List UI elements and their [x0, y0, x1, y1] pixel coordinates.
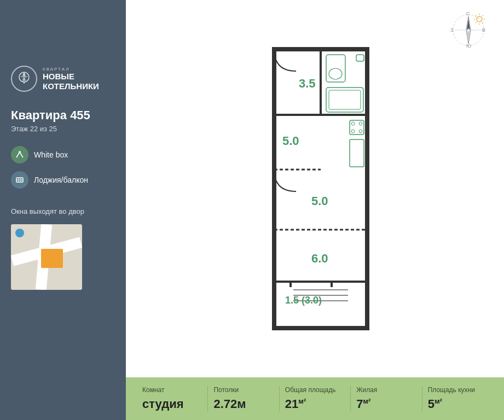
- stat-rooms-label: Комнат: [142, 386, 202, 394]
- stat-kitchen-area: Площадь кухни 5м²: [428, 386, 488, 411]
- stat-total-area-label: Общая площадь: [285, 386, 345, 394]
- floor-plan-area: С Ю З В: [126, 0, 504, 377]
- stat-kitchen-area-value: 5м²: [428, 397, 488, 411]
- svg-point-2: [19, 151, 21, 153]
- svg-text:5.0: 5.0: [282, 134, 299, 148]
- feature-balcony: Лоджия/балкон: [11, 171, 115, 189]
- logo-area: КВАРТАЛ НОВЫЕ КОТЕЛЬНИКИ: [11, 66, 115, 92]
- brand-sub: КВАРТАЛ: [43, 67, 99, 72]
- compass: С Ю З В: [449, 11, 488, 49]
- svg-line-13: [476, 15, 476, 16]
- stat-kitchen-area-label: Площадь кухни: [428, 386, 488, 394]
- map-marker: [15, 229, 24, 237]
- stat-living-area-label: Жилая: [356, 386, 416, 394]
- stat-ceiling: Потолки 2.72м: [213, 386, 273, 411]
- feature-whitebox: White box: [11, 146, 115, 164]
- apartment-title: Квартира 455: [11, 108, 115, 122]
- stat-ceiling-label: Потолки: [213, 386, 273, 394]
- floor-plan-svg: 3.5 5.0 5.0 6.0 1.5 (3.0): [230, 44, 400, 334]
- svg-text:В: В: [482, 27, 485, 33]
- logo-text: КВАРТАЛ НОВЫЕ КОТЕЛЬНИКИ: [43, 67, 99, 91]
- main-content: С Ю З В: [126, 0, 504, 420]
- whitebox-label: White box: [34, 150, 68, 159]
- sidebar: КВАРТАЛ НОВЫЕ КОТЕЛЬНИКИ Квартира 455 Эт…: [0, 0, 126, 420]
- svg-point-8: [477, 16, 482, 22]
- stat-ceiling-value: 2.72м: [213, 397, 273, 411]
- stat-living-area-value: 7м²: [356, 397, 416, 411]
- stats-bar: Комнат студия Потолки 2.72м Общая площад…: [126, 377, 504, 420]
- svg-text:5.0: 5.0: [311, 194, 328, 208]
- svg-text:С: С: [466, 11, 470, 16]
- stat-divider-1: [207, 386, 208, 411]
- stat-divider-4: [422, 386, 422, 411]
- balcony-label: Лоджия/балкон: [34, 176, 88, 184]
- stat-divider-2: [279, 386, 280, 411]
- balcony-icon: [11, 171, 28, 189]
- stat-divider-3: [350, 386, 351, 411]
- svg-text:З: З: [450, 27, 453, 33]
- brand-name: НОВЫЕ КОТЕЛЬНИКИ: [43, 72, 99, 91]
- svg-line-16: [476, 22, 476, 23]
- stat-rooms-value: студия: [142, 397, 202, 411]
- windows-note: Окна выходят во двор: [11, 207, 115, 215]
- svg-line-15: [483, 15, 483, 16]
- stat-living-area: Жилая 7м²: [356, 386, 416, 411]
- svg-text:3.5: 3.5: [299, 77, 316, 90]
- whitebox-icon: [11, 146, 28, 164]
- svg-text:1.5 (3.0): 1.5 (3.0): [285, 295, 322, 306]
- svg-text:Ю: Ю: [466, 43, 471, 49]
- stat-rooms: Комнат студия: [142, 386, 202, 411]
- logo-icon: [11, 66, 37, 92]
- map-background: [11, 224, 82, 290]
- map-building: [41, 249, 63, 268]
- svg-text:6.0: 6.0: [311, 252, 328, 265]
- map-thumbnail[interactable]: [11, 224, 82, 290]
- apartment-floor: Этаж 22 из 25: [11, 125, 115, 133]
- stat-total-area-value: 21м²: [285, 397, 345, 411]
- stat-total-area: Общая площадь 21м²: [285, 386, 345, 411]
- svg-line-14: [483, 22, 483, 23]
